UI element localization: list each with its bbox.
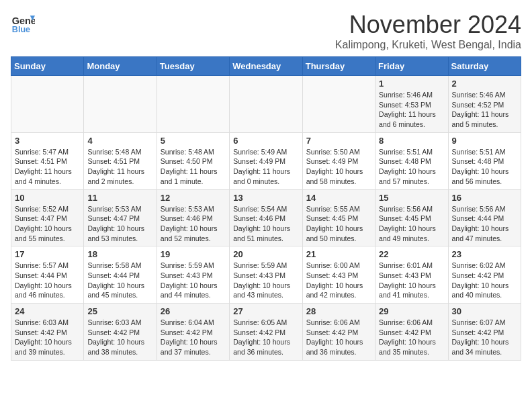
weekday-header: Saturday — [448, 57, 521, 76]
day-info: Sunrise: 5:57 AM Sunset: 4:44 PM Dayligh… — [15, 261, 80, 300]
day-info: Sunrise: 5:47 AM Sunset: 4:51 PM Dayligh… — [15, 147, 80, 187]
calendar-header-row: SundayMondayTuesdayWednesdayThursdayFrid… — [11, 57, 521, 76]
calendar-week-row: 24Sunrise: 6:03 AM Sunset: 4:42 PM Dayli… — [11, 304, 521, 361]
calendar-cell: 9Sunrise: 5:51 AM Sunset: 4:48 PM Daylig… — [448, 132, 521, 189]
location: Kalimpong, Kruketi, West Bengal, India — [335, 39, 521, 51]
day-number: 13 — [233, 193, 298, 203]
day-number: 12 — [161, 193, 226, 203]
weekday-header: Wednesday — [230, 57, 302, 76]
calendar-cell: 13Sunrise: 5:54 AM Sunset: 4:46 PM Dayli… — [230, 189, 302, 246]
day-number: 9 — [452, 136, 517, 146]
day-number: 21 — [306, 249, 371, 259]
day-number: 4 — [87, 136, 152, 146]
day-number: 5 — [161, 136, 226, 146]
day-number: 30 — [452, 306, 517, 316]
day-info: Sunrise: 6:04 AM Sunset: 4:42 PM Dayligh… — [161, 318, 226, 357]
day-info: Sunrise: 5:48 AM Sunset: 4:51 PM Dayligh… — [87, 147, 152, 187]
calendar-cell: 26Sunrise: 6:04 AM Sunset: 4:42 PM Dayli… — [157, 304, 229, 361]
day-number: 14 — [306, 193, 371, 203]
day-info: Sunrise: 5:48 AM Sunset: 4:50 PM Dayligh… — [161, 147, 226, 187]
day-info: Sunrise: 5:46 AM Sunset: 4:52 PM Dayligh… — [452, 90, 517, 130]
day-number: 25 — [87, 306, 152, 316]
calendar-cell: 23Sunrise: 6:02 AM Sunset: 4:42 PM Dayli… — [448, 246, 521, 304]
day-info: Sunrise: 5:50 AM Sunset: 4:49 PM Dayligh… — [306, 147, 371, 187]
day-info: Sunrise: 5:49 AM Sunset: 4:49 PM Dayligh… — [233, 147, 298, 187]
day-number: 17 — [15, 249, 80, 259]
day-info: Sunrise: 5:56 AM Sunset: 4:45 PM Dayligh… — [379, 204, 444, 244]
day-info: Sunrise: 6:03 AM Sunset: 4:42 PM Dayligh… — [15, 318, 80, 357]
calendar-week-row: 3Sunrise: 5:47 AM Sunset: 4:51 PM Daylig… — [11, 132, 521, 189]
day-info: Sunrise: 6:03 AM Sunset: 4:42 PM Dayligh… — [87, 318, 152, 357]
weekday-header: Sunday — [11, 57, 84, 76]
calendar-cell: 4Sunrise: 5:48 AM Sunset: 4:51 PM Daylig… — [84, 132, 157, 189]
day-number: 22 — [379, 249, 444, 259]
calendar-cell — [230, 76, 302, 133]
day-number: 18 — [87, 249, 152, 259]
day-number: 10 — [15, 193, 80, 203]
calendar-cell: 30Sunrise: 6:07 AM Sunset: 4:42 PM Dayli… — [448, 304, 521, 361]
calendar-week-row: 1Sunrise: 5:46 AM Sunset: 4:53 PM Daylig… — [11, 76, 521, 133]
day-number: 20 — [233, 249, 298, 259]
calendar-cell: 20Sunrise: 5:59 AM Sunset: 4:43 PM Dayli… — [230, 246, 302, 304]
day-info: Sunrise: 5:53 AM Sunset: 4:47 PM Dayligh… — [87, 204, 152, 244]
day-info: Sunrise: 5:54 AM Sunset: 4:46 PM Dayligh… — [233, 204, 298, 244]
day-info: Sunrise: 6:07 AM Sunset: 4:42 PM Dayligh… — [452, 318, 517, 357]
calendar-cell: 28Sunrise: 6:06 AM Sunset: 4:42 PM Dayli… — [302, 304, 375, 361]
calendar-cell — [84, 76, 157, 133]
calendar-cell: 24Sunrise: 6:03 AM Sunset: 4:42 PM Dayli… — [11, 304, 84, 361]
calendar-cell: 10Sunrise: 5:52 AM Sunset: 4:47 PM Dayli… — [11, 189, 84, 246]
day-number: 7 — [306, 136, 371, 146]
calendar-week-row: 17Sunrise: 5:57 AM Sunset: 4:44 PM Dayli… — [11, 246, 521, 304]
day-info: Sunrise: 6:06 AM Sunset: 4:42 PM Dayligh… — [379, 318, 444, 357]
day-info: Sunrise: 5:52 AM Sunset: 4:47 PM Dayligh… — [15, 204, 80, 244]
day-info: Sunrise: 5:51 AM Sunset: 4:48 PM Dayligh… — [379, 147, 444, 187]
weekday-header: Thursday — [302, 57, 375, 76]
calendar-cell: 5Sunrise: 5:48 AM Sunset: 4:50 PM Daylig… — [157, 132, 229, 189]
calendar-cell: 17Sunrise: 5:57 AM Sunset: 4:44 PM Dayli… — [11, 246, 84, 304]
calendar-cell — [11, 76, 84, 133]
calendar-cell: 15Sunrise: 5:56 AM Sunset: 4:45 PM Dayli… — [375, 189, 448, 246]
day-number: 26 — [161, 306, 226, 316]
day-number: 6 — [233, 136, 298, 146]
calendar-cell: 25Sunrise: 6:03 AM Sunset: 4:42 PM Dayli… — [84, 304, 157, 361]
day-number: 23 — [452, 249, 517, 259]
day-info: Sunrise: 5:55 AM Sunset: 4:45 PM Dayligh… — [306, 204, 371, 244]
calendar-cell — [302, 76, 375, 133]
page-header: General Blue November 2024 Kalimpong, Kr… — [11, 11, 521, 51]
calendar-cell — [157, 76, 229, 133]
calendar-cell: 27Sunrise: 6:05 AM Sunset: 4:42 PM Dayli… — [230, 304, 302, 361]
day-info: Sunrise: 6:02 AM Sunset: 4:42 PM Dayligh… — [452, 261, 517, 300]
calendar-cell: 8Sunrise: 5:51 AM Sunset: 4:48 PM Daylig… — [375, 132, 448, 189]
day-info: Sunrise: 6:05 AM Sunset: 4:42 PM Dayligh… — [233, 318, 298, 357]
weekday-header: Tuesday — [157, 57, 229, 76]
day-info: Sunrise: 5:59 AM Sunset: 4:43 PM Dayligh… — [233, 261, 298, 300]
day-info: Sunrise: 5:58 AM Sunset: 4:44 PM Dayligh… — [87, 261, 152, 300]
day-number: 3 — [15, 136, 80, 146]
day-info: Sunrise: 6:06 AM Sunset: 4:42 PM Dayligh… — [306, 318, 371, 357]
day-number: 28 — [306, 306, 371, 316]
day-number: 8 — [379, 136, 444, 146]
day-number: 1 — [379, 79, 444, 89]
day-number: 11 — [87, 193, 152, 203]
calendar-week-row: 10Sunrise: 5:52 AM Sunset: 4:47 PM Dayli… — [11, 189, 521, 246]
day-number: 19 — [161, 249, 226, 259]
calendar-cell: 21Sunrise: 6:00 AM Sunset: 4:43 PM Dayli… — [302, 246, 375, 304]
day-number: 24 — [15, 306, 80, 316]
day-info: Sunrise: 5:46 AM Sunset: 4:53 PM Dayligh… — [379, 90, 444, 130]
weekday-header: Friday — [375, 57, 448, 76]
logo-icon: General Blue — [11, 11, 35, 35]
day-info: Sunrise: 6:01 AM Sunset: 4:43 PM Dayligh… — [379, 261, 444, 300]
weekday-header: Monday — [84, 57, 157, 76]
day-number: 27 — [233, 306, 298, 316]
day-info: Sunrise: 5:51 AM Sunset: 4:48 PM Dayligh… — [452, 147, 517, 187]
day-info: Sunrise: 5:53 AM Sunset: 4:46 PM Dayligh… — [161, 204, 226, 244]
calendar-cell: 18Sunrise: 5:58 AM Sunset: 4:44 PM Dayli… — [84, 246, 157, 304]
calendar-table: SundayMondayTuesdayWednesdayThursdayFrid… — [11, 56, 521, 361]
calendar-cell: 1Sunrise: 5:46 AM Sunset: 4:53 PM Daylig… — [375, 76, 448, 133]
calendar-cell: 7Sunrise: 5:50 AM Sunset: 4:49 PM Daylig… — [302, 132, 375, 189]
month-title: November 2024 — [335, 11, 521, 39]
calendar-cell: 14Sunrise: 5:55 AM Sunset: 4:45 PM Dayli… — [302, 189, 375, 246]
day-number: 16 — [452, 193, 517, 203]
calendar-cell: 16Sunrise: 5:56 AM Sunset: 4:44 PM Dayli… — [448, 189, 521, 246]
day-info: Sunrise: 5:56 AM Sunset: 4:44 PM Dayligh… — [452, 204, 517, 244]
